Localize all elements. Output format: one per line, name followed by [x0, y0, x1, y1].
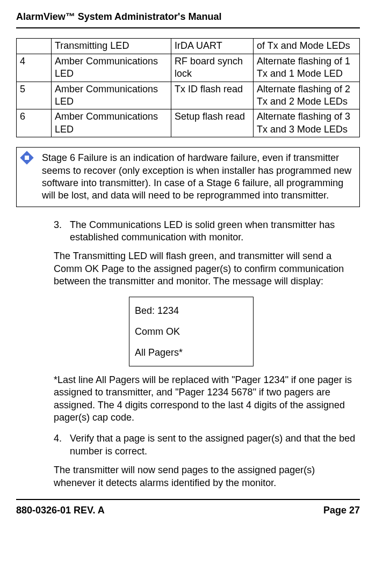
- cell: Amber Communications LED: [52, 82, 171, 109]
- footer-page-number: Page 27: [323, 504, 360, 517]
- pager-message-box: Bed: 1234 Comm OK All Pagers*: [129, 297, 254, 366]
- footer-doc-id: 880-0326-01 REV. A: [16, 504, 105, 517]
- msg-footnote: *Last line All Pagers will be replaced w…: [54, 374, 357, 424]
- step-number: 3.: [54, 219, 70, 244]
- step-3: 3. The Communications LED is solid green…: [54, 219, 357, 244]
- cell: Alternate flashing of 2 Tx and 2 Mode LE…: [254, 82, 360, 109]
- note-diamond-icon: [20, 151, 33, 164]
- table-row: 6 Amber Communications LED Setup flash r…: [17, 109, 360, 137]
- cell: Tx ID flash read: [171, 82, 254, 109]
- table-row: Transmitting LED IrDA UART of Tx and Mod…: [17, 39, 360, 54]
- note-text: Stage 6 Failure is an indication of hard…: [42, 152, 352, 202]
- cell: Alternate flashing of 1 Tx and 1 Mode LE…: [254, 54, 360, 82]
- cell: Transmitting LED: [52, 39, 171, 54]
- table-row: 5 Amber Communications LED Tx ID flash r…: [17, 82, 360, 109]
- doc-header: AlarmView™ System Administrator's Manual: [16, 11, 360, 23]
- cell: 4: [17, 54, 52, 82]
- step-number: 4.: [54, 432, 70, 458]
- cell: Amber Communications LED: [52, 54, 171, 82]
- cell: 6: [17, 109, 52, 137]
- msg-line: All Pagers*: [135, 347, 248, 359]
- cell: of Tx and Mode LEDs: [254, 39, 360, 54]
- led-table: Transmitting LED IrDA UART of Tx and Mod…: [16, 38, 360, 137]
- cell: Amber Communications LED: [52, 109, 171, 137]
- step-text: The Communications LED is solid green wh…: [70, 219, 357, 244]
- cell: RF board synch lock: [171, 54, 254, 82]
- cell: Setup flash read: [171, 109, 254, 137]
- step-text: Verify that a page is sent to the assign…: [70, 432, 357, 458]
- cell: 5: [17, 82, 52, 109]
- cell: Alternate flashing of 3 Tx and 3 Mode LE…: [254, 109, 360, 137]
- step-4: 4. Verify that a page is sent to the ass…: [54, 432, 357, 458]
- closing-para: The transmitter will now send pages to t…: [54, 464, 357, 489]
- page-footer: 880-0326-01 REV. A Page 27: [16, 500, 360, 517]
- msg-line: Comm OK: [135, 326, 248, 338]
- cell: [17, 39, 52, 54]
- cell: IrDA UART: [171, 39, 254, 54]
- msg-line: Bed: 1234: [135, 305, 248, 317]
- note-box: Stage 6 Failure is an indication of hard…: [16, 147, 360, 207]
- step-3-para: The Transmitting LED will flash green, a…: [54, 250, 357, 288]
- table-row: 4 Amber Communications LED RF board sync…: [17, 54, 360, 82]
- header-rule: [16, 27, 360, 28]
